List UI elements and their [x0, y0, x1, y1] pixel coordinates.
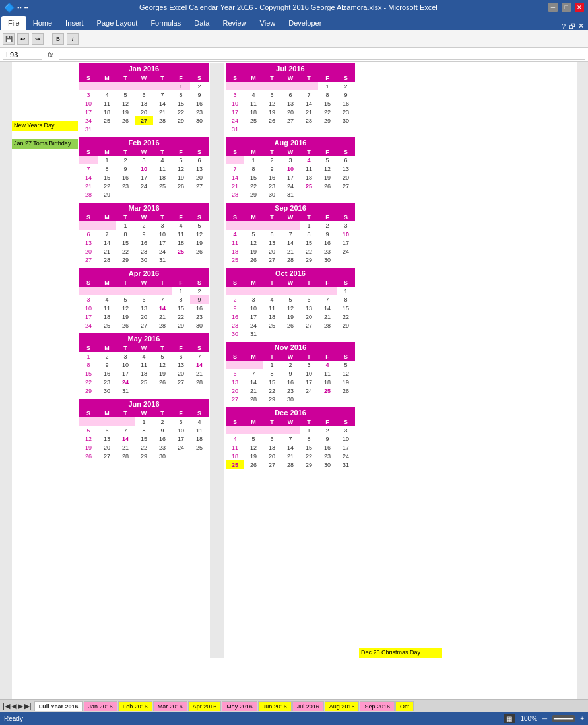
scrollbar-right[interactable] [577, 62, 588, 699]
month-aug-title: Aug 2016 [226, 137, 355, 148]
sheet-tab-may[interactable]: May 2016 [222, 701, 257, 711]
new-years-label: New Years Day [12, 121, 78, 131]
month-jan-title: Jan 2016 [79, 63, 209, 74]
sheet-tab-jan[interactable]: Jan 2016 [84, 701, 117, 711]
month-may-title: May 2016 [79, 333, 209, 344]
toolbar: 💾 ↩ ↪ B I [0, 30, 588, 48]
month-jul-title: Jul 2016 [226, 63, 355, 74]
month-may: May 2016 SMTWTFS 1234567 891011121314 15… [79, 333, 209, 395]
restore-icon[interactable]: 🗗 [568, 22, 575, 30]
left-labels-col: New Years Day Jan 27 Toms Birthday [12, 63, 78, 658]
sheet-tab-jun[interactable]: Jun 2016 [258, 701, 292, 711]
right-months-col: Jul 2016 SMTWTFS 12 3456789 101112131415… [224, 63, 356, 658]
tab-next[interactable]: ▶ [18, 702, 23, 710]
status-bar: Ready ▦ 100% ─ ━━━━━ + [0, 712, 588, 725]
row-header-area [0, 62, 12, 699]
month-apr-title: Apr 2016 [79, 268, 209, 279]
tab-view[interactable]: View [253, 16, 282, 30]
redo-icon[interactable]: ↪ [32, 33, 44, 45]
month-mar: Mar 2016 SMTWTFS 12345 6789101112 131415… [79, 203, 209, 264]
tab-page-layout[interactable]: Page Layout [90, 16, 145, 30]
undo-icon[interactable]: ↩ [17, 33, 29, 45]
help-icon[interactable]: ? [562, 22, 566, 30]
month-feb: Feb 2016 SMTWTFS 123456 78910111213 1415… [79, 137, 209, 199]
close-ribbon-icon[interactable]: ✕ [578, 22, 584, 30]
month-jul: Jul 2016 SMTWTFS 12 3456789 101112131415… [226, 63, 355, 133]
formula-input[interactable] [59, 50, 585, 60]
title-bar-left: 🔷 ▪▪ ▪▪ [4, 3, 28, 13]
page-view-icon[interactable]: ▦ [504, 714, 515, 723]
sheet-tab-full-year[interactable]: Full Year 2016 [34, 701, 83, 711]
month-jun: Jun 2016 SMTWTFS 1234 567891011 12131415… [79, 399, 209, 460]
month-nov-title: Nov 2016 [226, 342, 355, 353]
zoom-level: 100% [520, 715, 537, 722]
tab-review[interactable]: Review [216, 16, 253, 30]
fx-label: fx [45, 51, 56, 59]
save-icon[interactable]: 💾 [3, 33, 15, 45]
sheet-tab-aug[interactable]: Aug 2016 [325, 701, 360, 711]
right-labels-col: Dec 25 Christmas Day [356, 63, 442, 658]
month-jan: Jan 2016 SMTWTFS 12 3456789 101112131415… [79, 63, 209, 133]
sheet-tabs-row: |◀ ◀ ▶ ▶| Full Year 2016 Jan 2016 Feb 20… [0, 699, 588, 712]
bold-icon[interactable]: B [52, 33, 64, 45]
cell-reference[interactable]: L93 [3, 50, 42, 60]
title-bar-controls: ─ □ ✕ [548, 3, 584, 12]
ribbon-tabs: File Home Insert Page Layout Formulas Da… [0, 15, 588, 30]
tab-prev-start[interactable]: |◀ [3, 702, 10, 710]
month-sep: Sep 2016 SMTWTFS 123 45678910 1112131415… [226, 203, 355, 264]
month-aug: Aug 2016 SMTWTFS 123456 78910111213 1415… [226, 137, 355, 199]
month-mar-title: Mar 2016 [79, 203, 209, 213]
close-button[interactable]: ✕ [575, 3, 584, 12]
bottom-bar: |◀ ◀ ▶ ▶| Full Year 2016 Jan 2016 Feb 20… [0, 699, 588, 725]
month-feb-title: Feb 2016 [79, 137, 209, 148]
tab-file[interactable]: File [1, 16, 26, 30]
month-sep-title: Sep 2016 [226, 203, 355, 213]
maximize-button[interactable]: □ [562, 3, 571, 12]
tab-prev[interactable]: ◀ [11, 702, 16, 710]
status-right: ▦ 100% ─ ━━━━━ + [504, 714, 584, 723]
middle-gap [210, 63, 224, 658]
zoom-slider[interactable]: ━━━━━ [552, 715, 575, 722]
sheet-tab-sep[interactable]: Sep 2016 [360, 701, 395, 711]
month-nov: Nov 2016 SMTWTFS 12345 6789101112 131415… [226, 342, 355, 403]
christmas-label: Dec 25 Christmas Day [359, 648, 442, 658]
tab-formulas[interactable]: Formulas [144, 16, 187, 30]
title-bar-title: Georges Excel Calendar Year 2016 - Copyr… [139, 3, 438, 11]
tab-home[interactable]: Home [26, 16, 59, 30]
tab-developer[interactable]: Developer [282, 16, 328, 30]
toolbar-sep-1 [48, 34, 48, 44]
sheet-tab-oct[interactable]: Oct [395, 701, 414, 711]
sheet-tab-mar[interactable]: Mar 2016 [153, 701, 187, 711]
zoom-out-icon[interactable]: ─ [542, 715, 547, 722]
tab-insert[interactable]: Insert [59, 16, 90, 30]
sheet-nav: |◀ ◀ ▶ ▶| [0, 702, 34, 710]
toms-birthday-label: Jan 27 Toms Birthday [12, 139, 78, 149]
minimize-button[interactable]: ─ [548, 3, 558, 12]
sheet-tab-apr[interactable]: Apr 2016 [188, 701, 222, 711]
month-oct: Oct 2016 SMTWTFS 1 2345678 9101112131415… [226, 268, 355, 338]
month-apr: Apr 2016 SMTWTFS 12 3456789 101112131415… [79, 268, 209, 329]
italic-icon[interactable]: I [67, 33, 79, 45]
spreadsheet-content: New Years Day Jan 27 Toms Birthday Jan 2… [12, 62, 577, 699]
tab-next-end[interactable]: ▶| [24, 702, 32, 710]
month-oct-title: Oct 2016 [226, 268, 355, 279]
status-ready: Ready [4, 715, 23, 722]
tab-data[interactable]: Data [187, 16, 216, 30]
month-jun-title: Jun 2016 [79, 399, 209, 409]
left-months-col: Jan 2016 SMTWTFS 12 3456789 101112131415… [78, 63, 210, 658]
sheet-tab-jul[interactable]: Jul 2016 [292, 701, 324, 711]
zoom-in-icon[interactable]: + [580, 715, 584, 722]
month-dec: Dec 2016 SMTWTFS 123 45678910 1112131415… [226, 407, 355, 469]
month-dec-title: Dec 2016 [226, 407, 355, 418]
formula-bar: L93 fx [0, 48, 588, 62]
sheet-tab-feb[interactable]: Feb 2016 [118, 701, 152, 711]
title-bar: 🔷 ▪▪ ▪▪ Georges Excel Calendar Year 2016… [0, 0, 588, 15]
